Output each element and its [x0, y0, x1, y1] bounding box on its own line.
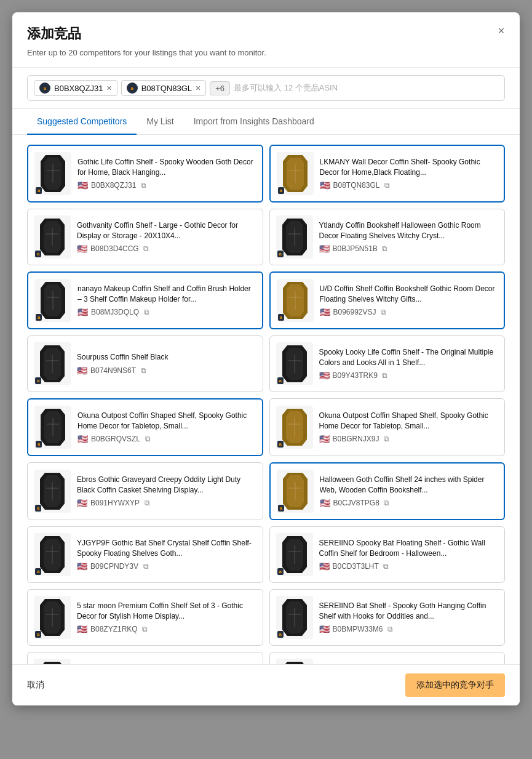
- copy-icon-p2[interactable]: ⧉: [383, 181, 392, 190]
- amazon-icon-tag1: a: [39, 82, 50, 94]
- product-thumb-p10: a: [276, 406, 313, 449]
- product-info-p7: Sourpuss Coffin Shelf Black 🇺🇸 B074N9NS6…: [77, 352, 256, 375]
- product-thumb-p14: a: [276, 533, 313, 576]
- product-thumb-p6: a: [277, 279, 314, 322]
- copy-icon-p5[interactable]: ⧉: [142, 308, 151, 316]
- product-card-p13[interactable]: a YJGYP9F Gothic Bat Shelf Crystal Shelf…: [27, 526, 263, 583]
- product-thumb-p18: a: [276, 659, 313, 664]
- product-card-p5[interactable]: a nanayo Makeup Coffin Shelf and Coffin …: [27, 271, 263, 329]
- product-card-p14[interactable]: a SEREIINO Spooky Bat Floating Shelf - G…: [269, 526, 506, 583]
- tab-suggested-competitors[interactable]: Suggested Competitors: [27, 109, 137, 135]
- amazon-badge-p10: a: [277, 441, 284, 448]
- more-asins-badge[interactable]: +6: [210, 81, 230, 95]
- product-thumb-p2: a: [277, 152, 314, 195]
- asin-tag-b0bx8qzj31[interactable]: a B0BX8QZJ31 ×: [34, 80, 117, 96]
- copy-icon-p6[interactable]: ⧉: [379, 308, 388, 316]
- product-card-p8[interactable]: a Spooky Looky Life Coffin Shelf - The O…: [269, 335, 506, 392]
- tab-my-list[interactable]: My List: [137, 109, 183, 135]
- product-card-p6[interactable]: a U/D Coffin Shelf Coffin Bookshelf Goth…: [269, 271, 506, 329]
- product-asin-p8: B09Y43TRK9: [333, 371, 378, 380]
- product-asin-p2: B08TQN83GL: [333, 181, 380, 190]
- product-thumb-p15: a: [34, 596, 71, 639]
- product-info-p15: 5 star moon Premium Coffin Shelf Set of …: [77, 601, 256, 635]
- product-thumb-p5: a: [34, 279, 71, 322]
- amazon-badge-p9: a: [36, 441, 42, 448]
- product-asin-p7: B074N9NS6T: [90, 366, 136, 375]
- product-card-p11[interactable]: a Ebros Gothic Graveyard Creepy Oddity L…: [27, 462, 263, 520]
- copy-icon-p1[interactable]: ⧉: [139, 181, 148, 190]
- cancel-button[interactable]: 取消: [27, 675, 44, 696]
- asin-input-placeholder[interactable]: 最多可以输入 12 个竞品ASIN: [234, 82, 498, 94]
- product-info-p2: LKMANY Wall Decor Coffin Shelf- Spooky G…: [320, 157, 498, 191]
- product-card-p18[interactable]: a LYIWOO6D Bat Shelf Bat Crystal Shelf C…: [269, 652, 506, 664]
- copy-icon-p12[interactable]: ⧉: [383, 499, 391, 507]
- flag-p8: 🇺🇸: [319, 371, 330, 380]
- product-card-p10[interactable]: a Okuna Outpost Coffin Shaped Shelf, Spo…: [269, 398, 506, 456]
- amazon-badge-p2: a: [278, 187, 284, 194]
- product-card-p7[interactable]: a Sourpuss Coffin Shelf Black 🇺🇸 B074N9N…: [27, 335, 263, 392]
- product-name-p7: Sourpuss Coffin Shelf Black: [77, 352, 256, 363]
- product-card-p17[interactable]: a GUTE XL Coffin Makeup Brush Holder - G…: [27, 652, 263, 664]
- product-info-p5: nanayo Makeup Coffin Shelf and Coffin Br…: [77, 284, 256, 318]
- copy-icon-p13[interactable]: ⧉: [141, 562, 150, 571]
- product-card-p4[interactable]: a Ytlandy Coffin Bookshelf Halloween Got…: [269, 209, 506, 265]
- product-card-p15[interactable]: a 5 star moon Premium Coffin Shelf Set o…: [27, 589, 263, 646]
- asin-tag-label-1: B0BX8QZJ31: [54, 84, 103, 93]
- copy-icon-p3[interactable]: ⧉: [142, 244, 151, 253]
- product-thumb-p13: a: [34, 533, 71, 576]
- copy-icon-p14[interactable]: ⧉: [382, 562, 391, 571]
- amazon-badge-p14: a: [277, 568, 284, 575]
- product-card-p12[interactable]: a Halloween Goth Coffin Shelf 24 inches …: [269, 462, 506, 520]
- product-asin-p12: B0CJV8TPG8: [333, 499, 379, 507]
- product-info-p16: SEREIINO Bat Shelf - Spooky Goth Hanging…: [319, 601, 499, 635]
- remove-tag-2[interactable]: ×: [196, 84, 200, 92]
- copy-icon-p11[interactable]: ⧉: [143, 499, 151, 507]
- svg-marker-64: [40, 662, 65, 664]
- flag-p4: 🇺🇸: [319, 244, 330, 254]
- flag-p14: 🇺🇸: [319, 561, 330, 571]
- modal-overlay: 添加竞品 Enter up to 20 competitors for your…: [0, 0, 532, 759]
- product-card-p9[interactable]: a Okuna Outpost Coffin Shaped Shelf, Spo…: [27, 398, 263, 456]
- product-asin-row-p13: 🇺🇸 B09CPNDY3V ⧉: [77, 561, 256, 571]
- flag-p12: 🇺🇸: [320, 498, 330, 508]
- amazon-badge-p8: a: [277, 377, 284, 384]
- close-button[interactable]: ×: [493, 22, 510, 39]
- product-asin-row-p11: 🇺🇸 B091HYWXYP ⧉: [77, 498, 256, 508]
- product-asin-row-p9: 🇺🇸 B0BGRQVSZL ⧉: [77, 434, 256, 444]
- product-card-p2[interactable]: a LKMANY Wall Decor Coffin Shelf- Spooky…: [269, 145, 506, 203]
- copy-icon-p9[interactable]: ⧉: [143, 435, 152, 443]
- product-name-p16: SEREIINO Bat Shelf - Spooky Goth Hanging…: [319, 601, 499, 622]
- product-info-p3: Gothvanity Coffin Shelf - Large - Gothic…: [77, 220, 256, 254]
- products-grid: a Gothic Life Coffin Shelf - Spooky Wood…: [12, 135, 520, 664]
- copy-icon-p10[interactable]: ⧉: [383, 435, 391, 443]
- flag-p1: 🇺🇸: [77, 180, 88, 190]
- copy-icon-p8[interactable]: ⧉: [381, 371, 389, 380]
- modal-subtitle: Enter up to 20 competitors for your list…: [27, 48, 505, 57]
- copy-icon-p16[interactable]: ⧉: [386, 625, 395, 633]
- copy-icon-p7[interactable]: ⧉: [139, 366, 148, 375]
- amazon-icon-tag2: a: [127, 82, 138, 94]
- product-thumb-p3: a: [34, 215, 71, 259]
- copy-icon-p4[interactable]: ⧉: [381, 244, 389, 253]
- product-card-p3[interactable]: a Gothvanity Coffin Shelf - Large - Goth…: [27, 209, 263, 265]
- asin-tag-b08tqn83gl[interactable]: a B08TQN83GL ×: [121, 80, 207, 96]
- product-card-p1[interactable]: a Gothic Life Coffin Shelf - Spooky Wood…: [27, 145, 263, 203]
- product-info-p6: U/D Coffin Shelf Coffin Bookshelf Gothic…: [320, 284, 498, 318]
- svg-marker-68: [282, 662, 307, 664]
- product-thumb-p17: a: [34, 659, 71, 664]
- amazon-badge-p1: a: [36, 187, 42, 194]
- amazon-badge-p16: a: [277, 631, 284, 638]
- remove-tag-1[interactable]: ×: [107, 84, 112, 92]
- flag-p6: 🇺🇸: [320, 307, 330, 317]
- product-asin-p3: B08D3D4CCG: [90, 244, 139, 253]
- copy-icon-p15[interactable]: ⧉: [141, 625, 149, 633]
- product-card-p16[interactable]: a SEREIINO Bat Shelf - Spooky Goth Hangi…: [269, 589, 506, 646]
- flag-p16: 🇺🇸: [319, 624, 330, 634]
- confirm-button[interactable]: 添加选中的竞争对手: [405, 673, 505, 697]
- tabs-area: Suggested Competitors My List Import fro…: [12, 109, 520, 135]
- product-thumb-p12: a: [277, 470, 314, 513]
- product-name-p1: Gothic Life Coffin Shelf - Spooky Wooden…: [77, 157, 256, 178]
- asin-tags-container[interactable]: a B0BX8QZJ31 × a B08TQN83GL × +6 最多可以输入 …: [27, 75, 505, 101]
- tab-import[interactable]: Import from Insights Dashboard: [184, 109, 324, 135]
- product-thumb-p9: a: [34, 406, 71, 449]
